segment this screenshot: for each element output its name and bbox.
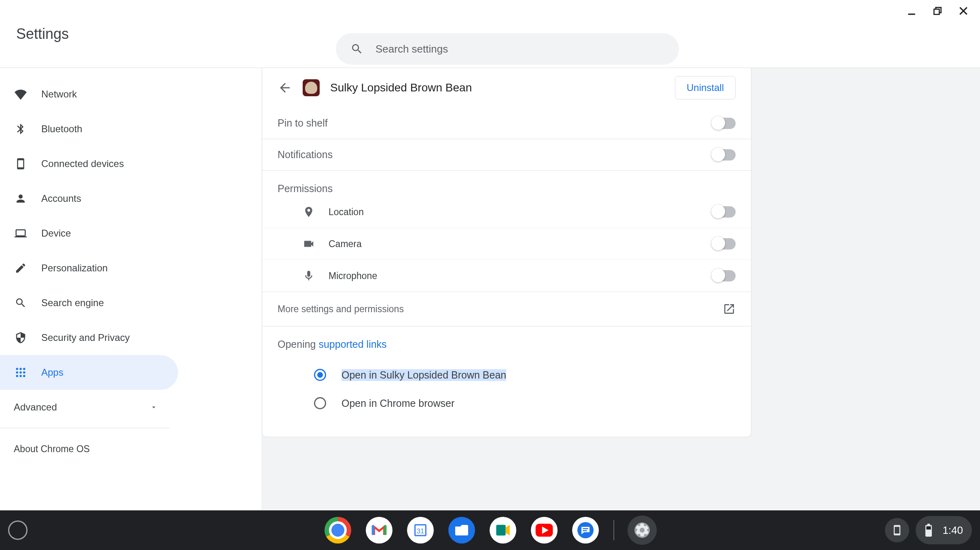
svg-rect-16	[496, 525, 505, 536]
svg-text:31: 31	[417, 527, 424, 535]
back-button[interactable]	[278, 80, 292, 95]
svg-rect-23	[927, 526, 931, 529]
sidebar-advanced-toggle[interactable]: Advanced	[0, 390, 170, 425]
radio-button-selected[interactable]	[314, 369, 326, 381]
radio-open-in-chrome[interactable]: Open in Chrome browser	[278, 389, 736, 417]
status-time: 1:40	[942, 524, 963, 537]
supported-links-link[interactable]: supported links	[318, 338, 386, 350]
sidebar-item-label: Network	[41, 89, 77, 100]
permission-row-camera: Camera	[262, 228, 751, 260]
shield-icon	[14, 332, 28, 344]
radio-button[interactable]	[314, 397, 326, 409]
permission-label: Camera	[329, 239, 362, 250]
microphone-toggle[interactable]	[712, 270, 736, 281]
sidebar-item-accounts[interactable]: Accounts	[0, 181, 178, 216]
camera-icon	[303, 238, 315, 250]
svg-rect-0	[908, 14, 915, 15]
pin-to-shelf-label: Pin to shelf	[278, 117, 328, 129]
shelf-divider	[613, 520, 614, 540]
permission-row-microphone: Microphone	[262, 260, 751, 292]
window-maximize-button[interactable]	[932, 6, 943, 16]
microphone-icon	[303, 270, 315, 282]
sidebar-item-label: Search engine	[41, 297, 104, 309]
svg-rect-20	[583, 530, 587, 531]
pin-to-shelf-row: Pin to shelf	[262, 108, 751, 139]
svg-point-9	[19, 375, 22, 377]
radio-label-open-in-chrome: Open in Chrome browser	[342, 398, 454, 409]
more-settings-row[interactable]: More settings and permissions	[262, 292, 751, 326]
launcher-button[interactable]	[8, 520, 28, 540]
svg-point-4	[23, 368, 25, 370]
sidebar-item-label: Security and Privacy	[41, 332, 130, 343]
shelf-app-messages[interactable]	[572, 517, 599, 544]
external-link-icon	[723, 302, 736, 315]
svg-point-5	[16, 371, 19, 374]
sidebar-item-label: Apps	[41, 367, 64, 378]
notifications-label: Notifications	[278, 149, 333, 161]
more-settings-label: More settings and permissions	[278, 304, 404, 315]
radio-label-open-in-app: Open in Sulky Lopsided Brown Bean	[342, 369, 506, 381]
sidebar-item-search-engine[interactable]: Search engine	[0, 286, 178, 320]
status-tray[interactable]: 1:40	[916, 516, 972, 544]
window-minimize-button[interactable]	[906, 6, 917, 16]
links-prefix: Opening	[278, 338, 318, 350]
sidebar-item-bluetooth[interactable]: Bluetooth	[0, 112, 178, 146]
battery-icon	[925, 524, 933, 537]
search-input[interactable]	[375, 43, 664, 55]
search-box[interactable]	[336, 33, 679, 65]
svg-point-2	[16, 368, 19, 370]
search-icon	[350, 42, 363, 55]
bluetooth-icon	[14, 123, 28, 135]
shelf-app-chrome[interactable]	[325, 517, 351, 544]
sidebar-item-connected-devices[interactable]: Connected devices	[0, 146, 178, 181]
sidebar-about-label: About Chrome OS	[14, 444, 90, 455]
sidebar-item-about[interactable]: About Chrome OS	[0, 432, 261, 466]
shelf-app-files[interactable]	[448, 517, 475, 544]
notifications-row: Notifications	[262, 139, 751, 170]
shelf-app-youtube[interactable]	[531, 517, 558, 544]
sidebar-item-network[interactable]: Network	[0, 77, 178, 112]
svg-rect-12	[384, 525, 387, 535]
svg-rect-1	[934, 9, 939, 15]
sidebar-item-label: Personalization	[41, 262, 108, 274]
shelf-app-meet[interactable]	[490, 517, 516, 544]
radio-open-in-app[interactable]: Open in Sulky Lopsided Brown Bean	[278, 361, 736, 389]
svg-point-10	[23, 375, 25, 377]
notifications-toggle[interactable]	[712, 149, 736, 161]
wifi-icon	[14, 88, 28, 100]
pencil-icon	[14, 262, 28, 274]
page-title: Settings	[16, 25, 69, 42]
sidebar-advanced-label: Advanced	[14, 402, 57, 413]
window-close-button[interactable]	[958, 6, 969, 16]
sidebar-item-security[interactable]: Security and Privacy	[0, 320, 178, 355]
location-icon	[303, 206, 315, 218]
permission-label: Location	[329, 207, 364, 218]
sidebar-item-device[interactable]: Device	[0, 216, 178, 251]
uninstall-button[interactable]: Uninstall	[675, 76, 736, 99]
chevron-down-icon	[150, 403, 158, 411]
supported-links-label: Opening supported links	[278, 338, 736, 350]
permission-row-location: Location	[262, 196, 751, 228]
notification-tray-button[interactable]	[885, 518, 909, 542]
svg-rect-11	[372, 525, 375, 535]
person-icon	[14, 192, 28, 205]
apps-grid-icon	[14, 366, 28, 379]
sidebar-item-label: Bluetooth	[41, 123, 82, 135]
permission-label: Microphone	[329, 271, 377, 281]
sidebar-item-label: Connected devices	[41, 158, 124, 169]
sidebar-item-apps[interactable]: Apps	[0, 355, 178, 390]
svg-point-6	[19, 371, 22, 374]
shelf-app-calendar[interactable]: 31	[407, 517, 434, 544]
app-icon	[303, 79, 320, 96]
app-title: Sulky Lopsided Brown Bean	[330, 81, 664, 94]
sidebar-divider	[0, 428, 170, 428]
camera-toggle[interactable]	[712, 238, 736, 250]
permissions-heading: Permissions	[262, 170, 751, 196]
svg-point-7	[23, 371, 25, 374]
shelf-app-gmail[interactable]	[366, 517, 392, 544]
shelf: 31 1:40	[0, 510, 980, 550]
shelf-app-settings[interactable]	[629, 517, 655, 544]
location-toggle[interactable]	[712, 206, 736, 218]
pin-to-shelf-toggle[interactable]	[712, 118, 736, 129]
sidebar-item-personalization[interactable]: Personalization	[0, 251, 178, 286]
